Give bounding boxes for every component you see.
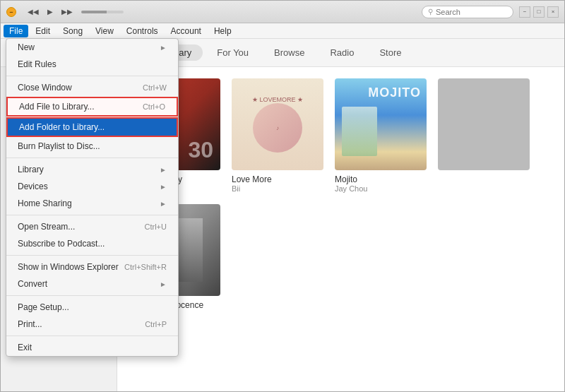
minimize-win-button[interactable]: − [519, 6, 530, 18]
separator-5 [6, 295, 178, 296]
tab-radio[interactable]: Radio [319, 44, 365, 61]
separator-2 [6, 158, 178, 158]
album-lovemore[interactable]: ★ LOVEMORE ★ ♪ Love More Bii [232, 78, 323, 193]
album-title-mojito: Mojito [335, 174, 427, 184]
second-row-albums: Songs of Innocence U2 [129, 204, 553, 319]
arrow-convert: ► [160, 280, 167, 288]
menu-item-devices[interactable]: Devices ► [6, 178, 178, 195]
arrow-new: ► [160, 44, 167, 52]
rewind-button[interactable]: ◀◀ [25, 6, 42, 17]
arrow-library: ► [160, 166, 167, 174]
window-buttons: − □ × [519, 6, 559, 18]
album-artist-lovemore: Bii [232, 184, 323, 193]
menu-account[interactable]: Account [165, 25, 207, 37]
menu-item-new[interactable]: New ► [6, 39, 178, 56]
menu-edit[interactable]: Edit [30, 25, 56, 37]
shortcut-show-explorer: Ctrl+Shift+R [124, 263, 167, 271]
menu-item-library[interactable]: Library ► [6, 161, 178, 178]
album-artist-mojito: Jay Chou [335, 184, 427, 193]
shortcut-print: Ctrl+P [145, 320, 167, 328]
album-cover-lovemore: ★ LOVEMORE ★ ♪ [232, 78, 323, 170]
album-unknown[interactable] [438, 78, 530, 193]
menu-controls[interactable]: Controls [121, 25, 164, 37]
search-input[interactable] [436, 8, 499, 16]
album-cover-mojito [335, 78, 427, 170]
menu-view[interactable]: View [90, 25, 119, 37]
menu-item-print[interactable]: Print... Ctrl+P [6, 316, 178, 333]
tab-browse[interactable]: Browse [263, 44, 316, 61]
album-cover-unknown [438, 78, 530, 170]
menu-item-page-setup[interactable]: Page Setup... [6, 299, 178, 316]
play-button[interactable]: ▶ [44, 6, 56, 17]
shortcut-open-stream: Ctrl+U [145, 222, 167, 231]
shortcut-add-file: Ctrl+O [143, 102, 165, 111]
arrow-home-sharing: ► [160, 200, 167, 208]
minimize-button[interactable]: − [6, 7, 16, 17]
menu-item-open-stream[interactable]: Open Stream... Ctrl+U [6, 218, 178, 235]
menu-item-exit[interactable]: Exit [6, 339, 178, 356]
content-area: BOND th Anniversary ★ LOVEMORE ★ ♪ Love … [117, 67, 564, 391]
tab-for-you[interactable]: For You [206, 44, 260, 61]
separator-1 [6, 76, 178, 76]
arrow-devices: ► [160, 183, 167, 191]
menu-bar: File Edit Song View Controls Account Hel… [1, 23, 564, 39]
shortcut-close: Ctrl+W [143, 83, 167, 92]
menu-item-show-explorer[interactable]: Show in Windows Explorer Ctrl+Shift+R [6, 259, 178, 275]
restore-win-button[interactable]: □ [533, 6, 545, 18]
search-icon: ⚲ [428, 8, 433, 16]
menu-help[interactable]: Help [208, 25, 237, 37]
search-box[interactable]: ⚲ [422, 6, 513, 18]
close-win-button[interactable]: × [547, 6, 559, 18]
menu-item-home-sharing[interactable]: Home Sharing ► [6, 195, 178, 212]
menu-song[interactable]: Song [57, 25, 88, 37]
menu-item-edit-rules[interactable]: Edit Rules [6, 56, 178, 73]
volume-slider[interactable] [81, 11, 124, 13]
menu-item-convert[interactable]: Convert ► [6, 275, 178, 292]
transport-controls: ◀◀ ▶ ▶▶ [25, 6, 124, 17]
menu-item-subscribe-podcast[interactable]: Subscribe to Podcast... [6, 235, 178, 252]
album-title-lovemore: Love More [232, 174, 323, 184]
album-mojito[interactable]: Mojito Jay Chou [335, 78, 427, 193]
title-bar: − ◀◀ ▶ ▶▶ ⚲ − □ × [1, 1, 564, 23]
separator-4 [6, 255, 178, 256]
lovemore-inner: ♪ [253, 103, 302, 153]
menu-item-close-window[interactable]: Close Window Ctrl+W [6, 79, 178, 96]
menu-item-add-folder[interactable]: Add Folder to Library... [6, 117, 178, 137]
separator-3 [6, 215, 178, 215]
tab-store[interactable]: Store [368, 44, 412, 61]
menu-item-burn-playlist[interactable]: Burn Playlist to Disc... [6, 138, 178, 155]
window-controls: − [6, 7, 16, 17]
forward-button[interactable]: ▶▶ [59, 6, 76, 17]
menu-item-add-file[interactable]: Add File to Library... Ctrl+O [6, 97, 178, 117]
album-grid: BOND th Anniversary ★ LOVEMORE ★ ♪ Love … [129, 78, 553, 193]
album-grid-row2: Songs of Innocence U2 [129, 204, 553, 319]
menu-file[interactable]: File [4, 25, 28, 37]
file-dropdown-menu: New ► Edit Rules Close Window Ctrl+W Add… [6, 38, 179, 357]
separator-6 [6, 335, 178, 336]
